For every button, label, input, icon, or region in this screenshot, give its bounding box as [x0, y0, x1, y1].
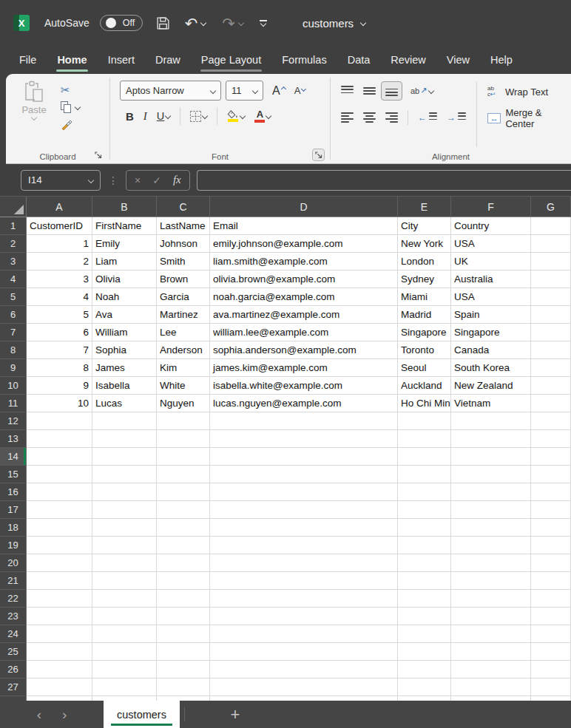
cell-C17[interactable]	[157, 501, 210, 519]
select-all-corner[interactable]	[0, 197, 27, 217]
cell-C14[interactable]	[157, 448, 210, 466]
cell-F14[interactable]	[451, 448, 531, 466]
underline-dropdown-icon[interactable]	[165, 113, 171, 119]
cell-E20[interactable]	[398, 554, 451, 572]
cell-D13[interactable]	[210, 430, 398, 448]
cell-A10[interactable]: 9	[27, 377, 92, 395]
row-header-2[interactable]: 2	[0, 235, 27, 253]
cell-G4[interactable]	[531, 271, 571, 288]
borders-button[interactable]	[190, 111, 207, 122]
cell-A4[interactable]: 3	[27, 271, 92, 288]
cell-E10[interactable]: Auckland	[398, 377, 451, 395]
borders-dropdown-icon[interactable]	[202, 113, 208, 119]
row-header-15[interactable]: 15	[0, 466, 27, 483]
cell-E19[interactable]	[398, 537, 451, 554]
cell-E16[interactable]	[398, 483, 451, 501]
cell-A15[interactable]	[27, 466, 92, 483]
menu-tab-home[interactable]: Home	[47, 46, 97, 74]
formula-bar-handle[interactable]: ⋮	[108, 174, 118, 186]
cell-G18[interactable]	[531, 519, 571, 537]
cell-D3[interactable]: liam.smith@example.com	[210, 253, 398, 271]
orientation-button[interactable]: ab ↗	[410, 86, 433, 96]
cell-E1[interactable]: City	[398, 217, 451, 235]
align-top-button[interactable]	[341, 86, 354, 96]
decrease-indent-button[interactable]: ←	[418, 112, 437, 123]
cell-F23[interactable]	[451, 608, 531, 625]
cell-A1[interactable]: CustomerID	[27, 217, 92, 235]
autosave-toggle[interactable]: Off	[100, 15, 143, 31]
document-title[interactable]: customers	[303, 17, 354, 30]
cell-A23[interactable]	[27, 608, 92, 625]
cell-F7[interactable]: Singapore	[451, 324, 531, 341]
cell-G2[interactable]	[531, 235, 571, 253]
name-box[interactable]: I14	[21, 170, 101, 191]
cell-C18[interactable]	[157, 519, 210, 537]
format-painter-button[interactable]	[61, 118, 80, 132]
menu-tab-formulas[interactable]: Formulas	[271, 46, 337, 74]
cell-D25[interactable]	[210, 643, 398, 661]
align-center-button[interactable]	[363, 112, 376, 123]
cell-F21[interactable]	[451, 572, 531, 590]
cell-G1[interactable]	[531, 217, 571, 235]
cell-B6[interactable]: Ava	[92, 306, 157, 324]
row-header-27[interactable]: 27	[0, 678, 27, 696]
undo-dropdown-icon[interactable]	[200, 20, 206, 26]
cell-A19[interactable]	[27, 537, 92, 554]
cell-E15[interactable]	[398, 466, 451, 483]
cell-E7[interactable]: Singapore	[398, 324, 451, 341]
cell-D23[interactable]	[210, 608, 398, 625]
menu-tab-help[interactable]: Help	[480, 46, 523, 74]
cell-D22[interactable]	[210, 590, 398, 608]
cell-D17[interactable]	[210, 501, 398, 519]
cell-C13[interactable]	[157, 430, 210, 448]
cell-C11[interactable]: Nguyen	[157, 395, 210, 412]
bold-button[interactable]: B	[126, 110, 134, 123]
prev-sheet-button[interactable]: ‹	[37, 707, 41, 721]
cell-D16[interactable]	[210, 483, 398, 501]
cell-C19[interactable]	[157, 537, 210, 554]
row-header-19[interactable]: 19	[0, 537, 27, 554]
row-header-26[interactable]: 26	[0, 661, 27, 678]
cell-F10[interactable]: New Zealand	[451, 377, 531, 395]
cell-B20[interactable]	[92, 554, 157, 572]
row-header-1[interactable]: 1	[0, 217, 27, 235]
cell-C9[interactable]: Kim	[157, 359, 210, 377]
save-button[interactable]	[156, 16, 170, 30]
row-header-6[interactable]: 6	[0, 306, 27, 324]
cell-E3[interactable]: London	[398, 253, 451, 271]
align-bottom-button[interactable]	[381, 81, 402, 101]
row-header-13[interactable]: 13	[0, 430, 27, 448]
cell-G8[interactable]	[531, 341, 571, 359]
cell-A27[interactable]	[27, 678, 92, 696]
menu-tab-page-layout[interactable]: Page Layout	[191, 46, 271, 74]
cell-B22[interactable]	[92, 590, 157, 608]
row-header-5[interactable]: 5	[0, 288, 27, 306]
cell-E22[interactable]	[398, 590, 451, 608]
align-right-button[interactable]	[385, 112, 398, 123]
merge-center-button[interactable]: ↔ Merge & Center	[487, 108, 571, 129]
cell-D2[interactable]: emily.johnson@example.com	[210, 235, 398, 253]
cell-B5[interactable]: Noah	[92, 288, 157, 306]
copy-button[interactable]	[61, 101, 80, 114]
cell-E23[interactable]	[398, 608, 451, 625]
cell-G11[interactable]	[531, 395, 571, 412]
cell-F5[interactable]: USA	[451, 288, 531, 306]
cell-G3[interactable]	[531, 253, 571, 271]
cell-E8[interactable]: Toronto	[398, 341, 451, 359]
cell-F15[interactable]	[451, 466, 531, 483]
row-header-10[interactable]: 10	[0, 377, 27, 395]
cell-B12[interactable]	[92, 412, 157, 430]
cell-G26[interactable]	[531, 661, 571, 678]
cell-F4[interactable]: Australia	[451, 271, 531, 288]
cell-B9[interactable]: James	[92, 359, 157, 377]
cell-G23[interactable]	[531, 608, 571, 625]
cell-C22[interactable]	[157, 590, 210, 608]
cell-A9[interactable]: 8	[27, 359, 92, 377]
formula-input[interactable]	[197, 170, 571, 191]
cell-D20[interactable]	[210, 554, 398, 572]
cell-E5[interactable]: Miami	[398, 288, 451, 306]
cell-F25[interactable]	[451, 643, 531, 661]
cell-B16[interactable]	[92, 483, 157, 501]
cell-C1[interactable]: LastName	[157, 217, 210, 235]
column-header-E[interactable]: E	[398, 197, 451, 217]
